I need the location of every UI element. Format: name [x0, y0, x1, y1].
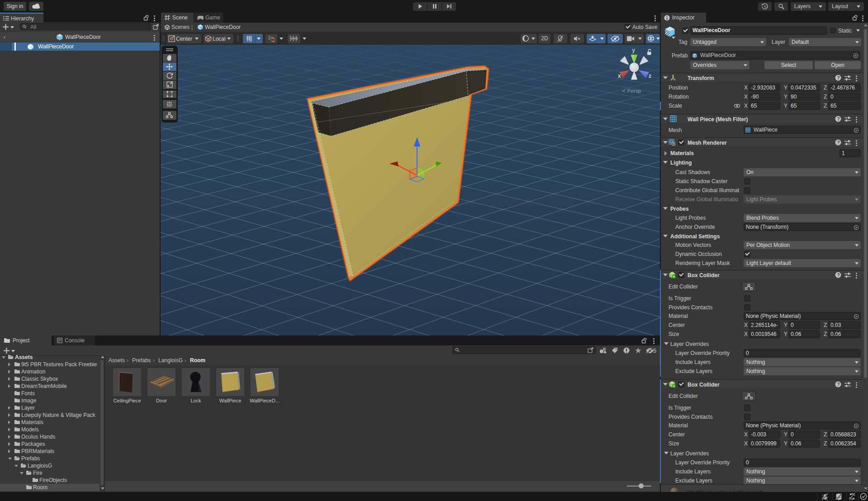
svg-text:?: ?	[837, 140, 840, 145]
svg-text:z: z	[649, 73, 651, 79]
svg-text:Y: Y	[250, 38, 252, 43]
svg-text:?: ?	[837, 273, 840, 278]
svg-text:?: ?	[837, 382, 840, 387]
svg-text:?: ?	[837, 117, 840, 122]
svg-text:x: x	[618, 73, 621, 79]
svg-text:y: y	[632, 47, 636, 53]
svg-text:?: ?	[837, 76, 840, 80]
